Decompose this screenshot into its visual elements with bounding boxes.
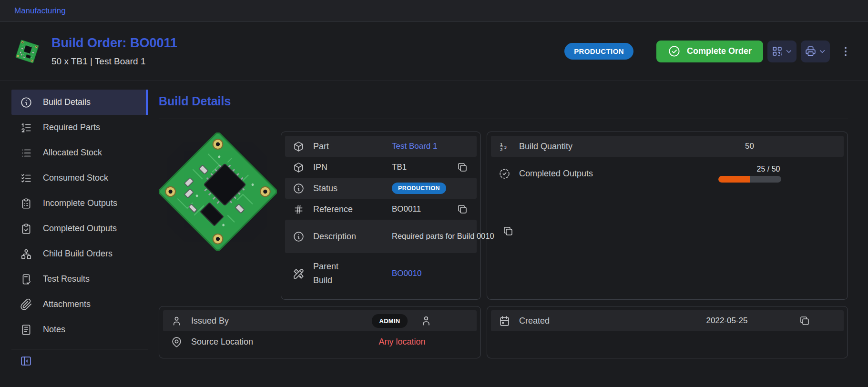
sidebar-item-completed-outputs[interactable]: Completed Outputs [11,216,148,241]
sidebar-item-consumed-stock[interactable]: Consumed Stock [11,165,148,191]
detail-label: Created [519,316,655,326]
detail-value: Required parts for Build 0010 [392,230,494,243]
sidebar-item-label: Incomplete Outputs [43,198,117,208]
main-content: Build Details Part Test Board 1 [148,81,868,387]
copy-button[interactable] [457,162,469,173]
sidebar-item-build-details[interactable]: Build Details [11,90,148,115]
status-badge: PRODUCTION [392,183,446,194]
progress-text: 25 / 50 [757,165,781,173]
box-icon [293,162,305,173]
sidebar-item-notes[interactable]: Notes [11,317,148,342]
sidebar-item-attachments[interactable]: Attachments [11,292,148,317]
copy-button[interactable] [457,204,469,215]
barcode-actions-button[interactable] [767,41,797,62]
part-image-wrap [159,132,277,300]
tools-icon [293,268,305,280]
page-header: Build Order: BO0011 50 x TB1 | Test Boar… [0,22,868,81]
dots-vertical-icon [839,45,852,58]
numbered-list-icon [20,122,32,134]
detail-row-description: Description Required parts for Build 001… [285,220,477,253]
box-icon [293,141,305,153]
detail-row-ipn: IPN TB1 [285,157,477,178]
sidebar-item-required-parts[interactable]: Required Parts [11,115,148,140]
sidebar-collapse-button[interactable] [11,355,32,367]
breadcrumb: Manufacturing [0,0,868,22]
sidebar-item-label: Build Details [43,97,91,107]
checklist-icon [20,172,32,184]
detail-label: Build Quantity [519,142,655,152]
detail-value: TB1 [392,163,449,172]
detail-row-part: Part Test Board 1 [285,136,477,157]
parent-build-link[interactable]: BO0010 [392,269,421,278]
sidebar-item-label: Attachments [43,299,91,309]
user-icon [171,315,183,327]
build-details-table: Part Test Board 1 IPN TB1 Status [281,132,481,300]
print-actions-button[interactable] [801,41,830,62]
hash-icon [293,204,305,215]
detail-row-reference: Reference BO0011 [285,199,477,220]
svg-text:2: 2 [500,147,502,152]
notes-icon [20,324,32,336]
content-grid: Part Test Board 1 IPN TB1 Status [159,132,848,358]
detail-label: IPN [313,163,384,173]
chevron-down-icon [785,47,793,56]
copy-button[interactable] [799,315,811,326]
right-column: 123 Build Quantity 50 Completed Outputs … [487,132,848,358]
sidebar-item-test-results[interactable]: Test Results [11,266,148,292]
breadcrumb-link-manufacturing[interactable]: Manufacturing [14,6,66,16]
issued-panel: Issued By ADMIN Source Location Any loca… [159,306,481,358]
more-actions-button[interactable] [837,43,854,60]
created-value: 2022-05-25 [663,316,791,326]
complete-order-label: Complete Order [687,46,752,56]
detail-label: Reference [313,204,384,214]
sidebar-item-incomplete-outputs[interactable]: Incomplete Outputs [11,191,148,216]
panel-heading: Build Details [159,94,848,108]
info-circle-icon [293,231,305,243]
map-pin-icon [171,336,183,348]
issued-by-badge: ADMIN [372,314,407,328]
detail-label: Source Location [191,337,327,347]
status-badge: PRODUCTION [564,43,633,60]
page-title: Build Order: BO0011 [51,36,177,51]
part-image [159,132,277,251]
detail-row-source-location: Source Location Any location [163,331,477,352]
source-location-value: Any location [378,337,425,347]
progress-check-icon [499,168,511,180]
copy-icon [799,315,810,326]
part-link[interactable]: Test Board 1 [392,142,437,151]
calendar-icon [499,315,511,327]
detail-row-parent-build: Parent Build BO0010 [285,253,477,294]
build-detail-block: Part Test Board 1 IPN TB1 Status [159,132,481,300]
file-check-icon [20,273,32,285]
progress-bar-fill [718,176,750,183]
detail-row-build-quantity: 123 Build Quantity 50 [491,136,844,157]
sidebar-item-label: Child Build Orders [43,249,112,259]
quantities-panel: 123 Build Quantity 50 Completed Outputs … [487,132,848,300]
numbers-123-icon: 123 [499,141,511,153]
detail-row-created: Created 2022-05-25 [491,310,844,331]
part-thumbnail-image [14,39,40,64]
printer-icon [805,45,817,57]
sidebar-item-allocated-stock[interactable]: Allocated Stock [11,140,148,165]
sidebar-divider [11,349,148,349]
sitemap-icon [20,248,32,260]
circle-check-icon [668,45,681,58]
page-body: Build Details Required Parts Allocated S… [0,81,868,387]
completed-outputs-progress: 25 / 50 [718,165,781,183]
clipboard-check-icon [20,223,32,235]
detail-row-issued-by: Issued By ADMIN [163,310,477,331]
build-quantity-value: 50 [663,142,836,151]
copy-icon [457,204,468,215]
sidebar-item-label: Required Parts [43,122,100,132]
sidebar-item-label: Consumed Stock [43,173,108,183]
sidebar-item-child-build-orders[interactable]: Child Build Orders [11,241,148,266]
detail-label: Completed Outputs [519,169,655,179]
sidebar: Build Details Required Parts Allocated S… [0,81,148,387]
complete-order-button[interactable]: Complete Order [656,41,763,62]
detail-row-status: Status PRODUCTION [285,178,477,199]
chevron-down-icon [818,47,827,56]
page-header-left: Build Order: BO0011 50 x TB1 | Test Boar… [14,36,177,67]
sidebar-item-label: Allocated Stock [43,148,102,158]
sidebar-item-label: Test Results [43,274,90,284]
created-panel: Created 2022-05-25 [487,306,848,358]
